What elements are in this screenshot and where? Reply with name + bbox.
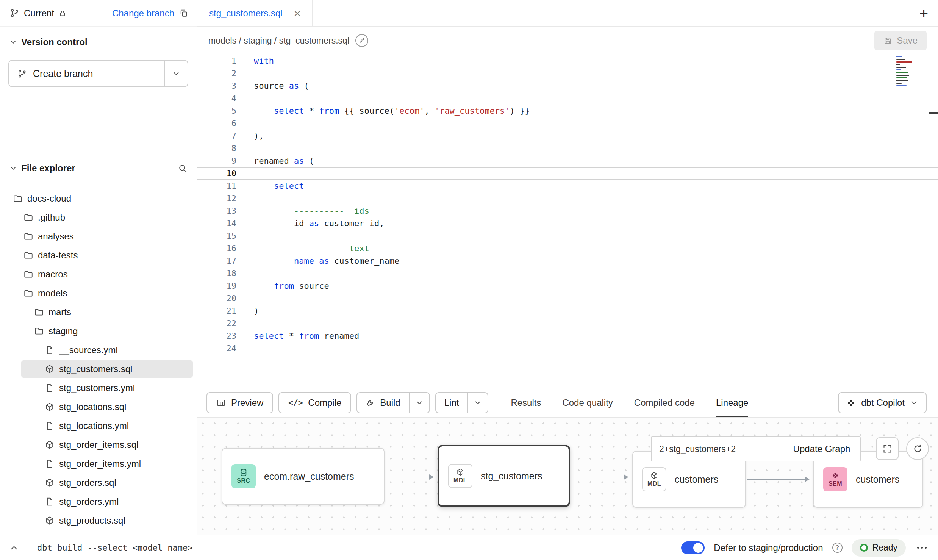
code-line-14[interactable]: 14 id as customer_id, bbox=[197, 217, 938, 230]
lineage-selector-input[interactable] bbox=[652, 437, 783, 461]
lint-button[interactable]: Lint bbox=[435, 392, 489, 413]
file-name: docs-cloud bbox=[27, 193, 71, 204]
file-tree-item-stg_orders.yml[interactable]: stg_orders.yml bbox=[0, 492, 197, 511]
code-line-18[interactable]: 18 bbox=[197, 267, 938, 280]
code-line-3[interactable]: 3source as ( bbox=[197, 80, 938, 92]
file-tree-item-stg_order_items.sql[interactable]: stg_order_items.sql bbox=[0, 435, 197, 454]
node-label: stg_customers bbox=[481, 471, 542, 482]
code-line-13[interactable]: 13 ---------- ids bbox=[197, 205, 938, 217]
version-control-header[interactable]: Version control bbox=[0, 31, 197, 53]
code-line-1[interactable]: 1with bbox=[197, 55, 938, 67]
code-line-4[interactable]: 4 bbox=[197, 92, 938, 105]
save-button[interactable]: Save bbox=[874, 31, 927, 50]
close-tab-icon[interactable]: × bbox=[294, 7, 301, 19]
indent-guide bbox=[274, 93, 274, 130]
fullscreen-button[interactable] bbox=[876, 437, 899, 460]
code-line-2[interactable]: 2 bbox=[197, 67, 938, 80]
code-line-24[interactable]: 24 bbox=[197, 342, 938, 355]
build-main[interactable]: Build bbox=[357, 393, 408, 413]
code-icon: </> bbox=[288, 398, 303, 407]
code-line-10[interactable]: 10 bbox=[197, 167, 938, 180]
code-text: select * from {{ source('ecom', 'raw_cus… bbox=[236, 106, 938, 116]
lint-dropdown[interactable] bbox=[467, 393, 488, 413]
code-line-8[interactable]: 8 bbox=[197, 142, 938, 155]
panel-tab-lineage[interactable]: Lineage bbox=[716, 388, 748, 417]
file-tree-item-stg_locations.sql[interactable]: stg_locations.sql bbox=[0, 397, 197, 416]
file-explorer-header[interactable]: File explorer bbox=[0, 156, 197, 180]
create-branch-main[interactable]: Create branch bbox=[9, 61, 164, 86]
code-line-20[interactable]: 20 bbox=[197, 292, 938, 305]
pencil-circle-icon[interactable] bbox=[355, 34, 368, 47]
file-tree-item-marts[interactable]: marts bbox=[0, 303, 197, 322]
code-line-6[interactable]: 6 bbox=[197, 117, 938, 130]
line-number: 6 bbox=[197, 119, 236, 128]
panel-tab-code-quality[interactable]: Code quality bbox=[562, 388, 613, 417]
code-line-19[interactable]: 19 from source bbox=[197, 280, 938, 292]
code-line-12[interactable]: 12 bbox=[197, 192, 938, 205]
line-number: 16 bbox=[197, 244, 236, 253]
code-line-5[interactable]: 5 select * from {{ source('ecom', 'raw_c… bbox=[197, 105, 938, 117]
file-tree-item-__sources.yml[interactable]: __sources.yml bbox=[0, 341, 197, 360]
pinwheel-icon bbox=[846, 398, 856, 408]
file-tree-item-docs-cloud[interactable]: docs-cloud bbox=[0, 189, 197, 208]
code-line-9[interactable]: 9renamed as ( bbox=[197, 155, 938, 167]
minimap[interactable] bbox=[896, 56, 916, 86]
search-icon[interactable] bbox=[178, 163, 188, 173]
lint-main[interactable]: Lint bbox=[436, 393, 467, 413]
code-editor[interactable]: 1with23source as (45 select * from {{ so… bbox=[197, 55, 938, 388]
code-line-17[interactable]: 17 name as customer_name bbox=[197, 255, 938, 267]
build-dropdown[interactable] bbox=[409, 393, 429, 413]
code-line-21[interactable]: 21) bbox=[197, 305, 938, 317]
new-tab-button[interactable]: + bbox=[919, 5, 928, 22]
compile-button[interactable]: </> Compile bbox=[278, 392, 351, 413]
line-number: 20 bbox=[197, 294, 236, 303]
defer-toggle[interactable] bbox=[681, 541, 705, 554]
preview-button[interactable]: Preview bbox=[206, 392, 273, 413]
code-line-23[interactable]: 23select * from renamed bbox=[197, 330, 938, 342]
create-branch-dropdown[interactable] bbox=[164, 61, 188, 86]
chevron-up-icon[interactable] bbox=[9, 543, 19, 553]
line-number: 21 bbox=[197, 306, 236, 316]
lineage-node-ecom.raw_customers[interactable]: SRCecom.raw_customers bbox=[222, 448, 385, 505]
create-branch-button[interactable]: Create branch bbox=[8, 60, 188, 87]
dbt-copilot-button[interactable]: dbt Copilot bbox=[838, 392, 927, 413]
code-line-11[interactable]: 11 select bbox=[197, 180, 938, 192]
file-tree-item-stg_customers.yml[interactable]: stg_customers.yml bbox=[0, 379, 197, 397]
overflow-menu-button[interactable] bbox=[915, 544, 929, 551]
file-tree-item-staging[interactable]: staging bbox=[0, 322, 197, 341]
line-number: 19 bbox=[197, 281, 236, 291]
update-graph-button[interactable]: Update Graph bbox=[783, 437, 860, 461]
code-text: ---------- ids bbox=[236, 206, 938, 216]
build-button[interactable]: Build bbox=[356, 392, 430, 413]
node-badge-sem: SEM bbox=[823, 467, 847, 491]
file-tree-item-data-tests[interactable]: data-tests bbox=[0, 246, 197, 265]
code-text: ---------- text bbox=[236, 244, 938, 253]
file-tree-item-stg_locations.yml[interactable]: stg_locations.yml bbox=[0, 416, 197, 435]
wrench-icon bbox=[366, 398, 375, 407]
file-tree-item-models[interactable]: models bbox=[0, 284, 197, 303]
file-tree-item-.github[interactable]: .github bbox=[0, 208, 197, 227]
file-tree-item-stg_customers.sql[interactable]: stg_customers.sql bbox=[0, 360, 197, 379]
file-tree-item-macros[interactable]: macros bbox=[0, 265, 197, 284]
panel-tabs: ResultsCode qualityCompiled codeLineage bbox=[511, 388, 748, 417]
lineage-node-stg_customers[interactable]: MDLstg_customers bbox=[438, 445, 570, 507]
lineage-canvas[interactable]: SRCecom.raw_customersMDLstg_customersMDL… bbox=[197, 418, 938, 535]
file-tree-item-stg_orders.sql[interactable]: stg_orders.sql bbox=[0, 473, 197, 492]
help-icon[interactable]: ? bbox=[832, 543, 843, 553]
file-tree-item-analyses[interactable]: analyses bbox=[0, 227, 197, 246]
file-tree-item-stg_order_items.yml[interactable]: stg_order_items.yml bbox=[0, 454, 197, 473]
change-branch-link[interactable]: Change branch bbox=[112, 8, 174, 19]
dbt-cloud-ide: Current Change branch Version control Cr… bbox=[0, 0, 938, 560]
file-tree-item-stg_products.sql[interactable]: stg_products.sql bbox=[0, 511, 197, 530]
refresh-button[interactable] bbox=[906, 437, 929, 460]
code-line-15[interactable]: 15 bbox=[197, 230, 938, 242]
panel-tab-compiled-code[interactable]: Compiled code bbox=[634, 388, 695, 417]
panel-tab-results[interactable]: Results bbox=[511, 388, 541, 417]
tab-stg-customers-sql[interactable]: stg_customers.sql × bbox=[197, 0, 313, 26]
code-line-22[interactable]: 22 bbox=[197, 317, 938, 330]
copy-branch-icon[interactable] bbox=[179, 8, 188, 18]
code-line-7[interactable]: 7), bbox=[197, 130, 938, 142]
status-badge[interactable]: Ready bbox=[852, 539, 906, 557]
code-line-16[interactable]: 16 ---------- text bbox=[197, 242, 938, 255]
chevron-down-icon bbox=[910, 399, 918, 407]
